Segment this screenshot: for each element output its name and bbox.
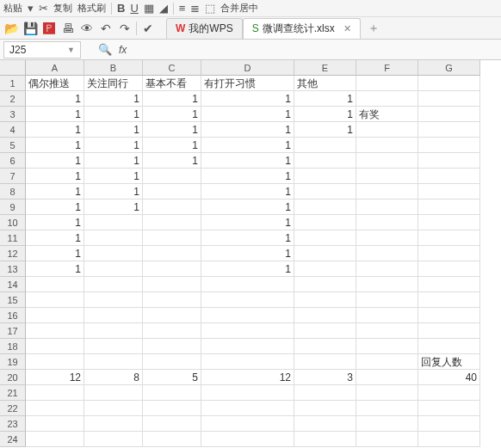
cell-B2[interactable]: 1 (84, 91, 143, 107)
cell-C5[interactable]: 1 (143, 138, 201, 153)
cell-F18[interactable] (356, 339, 418, 354)
cell-C19[interactable] (143, 354, 201, 370)
cell-D2[interactable]: 1 (201, 91, 294, 107)
cell-E21[interactable] (294, 385, 356, 401)
cell-C13[interactable] (143, 261, 201, 277)
cell-D24[interactable] (201, 432, 294, 447)
cell-A23[interactable] (26, 416, 84, 432)
cell-F3[interactable]: 有奖 (356, 107, 418, 122)
cell-E5[interactable] (294, 138, 356, 153)
row-header-13[interactable]: 13 (0, 261, 26, 277)
row-header-1[interactable]: 1 (0, 76, 26, 91)
cell-D6[interactable]: 1 (201, 153, 294, 169)
fill-icon[interactable]: ◢ (159, 2, 168, 15)
cell-B7[interactable]: 1 (84, 169, 143, 184)
cell-E4[interactable]: 1 (294, 122, 356, 138)
cell-E1[interactable]: 其他 (294, 76, 356, 91)
cell-D14[interactable] (201, 277, 294, 292)
cell-A17[interactable] (26, 323, 84, 339)
cell-D9[interactable]: 1 (201, 199, 294, 215)
print-icon[interactable]: 🖶 (60, 21, 76, 35)
cell-A18[interactable] (26, 339, 84, 354)
format-painter-button[interactable]: 格式刷 (77, 2, 106, 15)
tab-spreadsheet[interactable]: S 微调查统计.xlsx ✕ (243, 18, 361, 39)
cell-F20[interactable] (356, 370, 418, 385)
row-header-2[interactable]: 2 (0, 91, 26, 107)
dropdown-icon[interactable]: ▾ (28, 2, 34, 15)
cell-B14[interactable] (84, 277, 143, 292)
cell-A9[interactable]: 1 (26, 199, 84, 215)
cell-G10[interactable] (418, 215, 480, 230)
row-header-16[interactable]: 16 (0, 308, 26, 323)
align-left-icon[interactable]: ≡ (179, 2, 186, 15)
cell-D17[interactable] (201, 323, 294, 339)
row-header-7[interactable]: 7 (0, 169, 26, 184)
tab-wps-home[interactable]: W 我的WPS (166, 18, 243, 39)
cell-A21[interactable] (26, 385, 84, 401)
row-header-11[interactable]: 11 (0, 230, 26, 246)
cell-E8[interactable] (294, 184, 356, 199)
cell-G23[interactable] (418, 416, 480, 432)
column-header-E[interactable]: E (294, 60, 356, 76)
cell-C17[interactable] (143, 323, 201, 339)
column-header-A[interactable]: A (26, 60, 84, 76)
cell-E12[interactable] (294, 246, 356, 261)
cell-G11[interactable] (418, 230, 480, 246)
cell-E18[interactable] (294, 339, 356, 354)
chevron-down-icon[interactable]: ▼ (67, 46, 75, 54)
cell-B10[interactable] (84, 215, 143, 230)
cell-B6[interactable]: 1 (84, 153, 143, 169)
cell-G21[interactable] (418, 385, 480, 401)
cell-A13[interactable]: 1 (26, 261, 84, 277)
cell-F6[interactable] (356, 153, 418, 169)
cell-F23[interactable] (356, 416, 418, 432)
row-header-5[interactable]: 5 (0, 138, 26, 153)
cell-A1[interactable]: 偶尔推送 (26, 76, 84, 91)
cell-F21[interactable] (356, 385, 418, 401)
cell-G17[interactable] (418, 323, 480, 339)
row-header-10[interactable]: 10 (0, 215, 26, 230)
cell-A2[interactable]: 1 (26, 91, 84, 107)
cell-B9[interactable]: 1 (84, 199, 143, 215)
row-header-9[interactable]: 9 (0, 199, 26, 215)
cell-E13[interactable] (294, 261, 356, 277)
cell-F15[interactable] (356, 292, 418, 308)
cell-G6[interactable] (418, 153, 480, 169)
folder-icon[interactable]: 📂 (3, 21, 19, 35)
cell-C18[interactable] (143, 339, 201, 354)
cell-G20[interactable]: 40 (418, 370, 480, 385)
column-header-B[interactable]: B (84, 60, 143, 76)
cell-G3[interactable] (418, 107, 480, 122)
row-header-22[interactable]: 22 (0, 401, 26, 416)
cell-G7[interactable] (418, 169, 480, 184)
cell-C4[interactable]: 1 (143, 122, 201, 138)
cell-D12[interactable]: 1 (201, 246, 294, 261)
add-tab-button[interactable]: ＋ (361, 18, 387, 39)
cell-G1[interactable] (418, 76, 480, 91)
cell-F1[interactable] (356, 76, 418, 91)
cell-E10[interactable] (294, 215, 356, 230)
cell-B11[interactable] (84, 230, 143, 246)
cell-E3[interactable]: 1 (294, 107, 356, 122)
cell-D7[interactable]: 1 (201, 169, 294, 184)
cell-A4[interactable]: 1 (26, 122, 84, 138)
cell-D20[interactable]: 12 (201, 370, 294, 385)
cell-B4[interactable]: 1 (84, 122, 143, 138)
cell-C3[interactable]: 1 (143, 107, 201, 122)
cell-A20[interactable]: 12 (26, 370, 84, 385)
cell-F12[interactable] (356, 246, 418, 261)
cell-C23[interactable] (143, 416, 201, 432)
cell-C2[interactable]: 1 (143, 91, 201, 107)
cell-D11[interactable]: 1 (201, 230, 294, 246)
cell-D18[interactable] (201, 339, 294, 354)
underline-icon[interactable]: U (130, 2, 138, 15)
cell-F7[interactable] (356, 169, 418, 184)
cell-G22[interactable] (418, 401, 480, 416)
cell-B19[interactable] (84, 354, 143, 370)
cell-B1[interactable]: 关注同行 (84, 76, 143, 91)
cell-G12[interactable] (418, 246, 480, 261)
cell-C24[interactable] (143, 432, 201, 447)
cell-A22[interactable] (26, 401, 84, 416)
column-header-G[interactable]: G (418, 60, 480, 76)
cut-icon[interactable]: ✂ (39, 2, 48, 15)
